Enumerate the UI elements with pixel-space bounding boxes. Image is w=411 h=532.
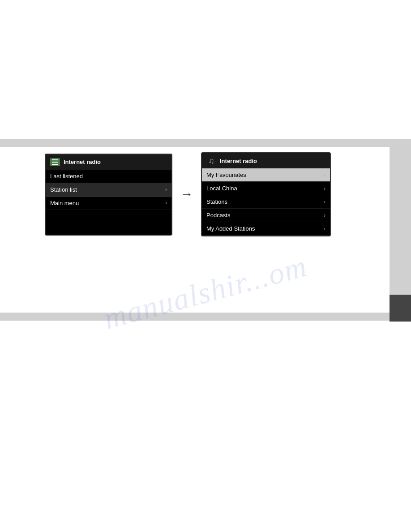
right-sidebar (390, 139, 411, 322)
left-screen: Internet radio Last listened Station lis… (45, 154, 172, 236)
right-item-label-1: Local China (206, 185, 237, 192)
left-item-label-2: Main menu (50, 200, 79, 206)
right-item-label-0: My Favouriates (206, 172, 246, 178)
left-screen-header: Internet radio (46, 154, 171, 170)
screens-area: Internet radio Last listened Station lis… (45, 152, 331, 236)
right-menu-item-podcasts[interactable]: Podcasts › (202, 209, 330, 222)
right-menu-item-stations[interactable]: Stations › (202, 195, 330, 209)
left-screen-spacer (46, 210, 171, 235)
lines-icon (50, 158, 60, 166)
right-item-arrow-0: › (324, 172, 325, 178)
right-item-arrow-3: › (324, 212, 325, 219)
right-screen-title: Internet radio (220, 158, 257, 164)
left-item-arrow-1: › (165, 186, 167, 193)
right-item-label-3: Podcasts (206, 212, 230, 219)
left-menu-item-main-menu[interactable]: Main menu › (46, 197, 171, 210)
right-sidebar-dark (390, 295, 411, 322)
right-menu-item-favourites[interactable]: My Favouriates › (202, 168, 330, 182)
right-item-arrow-1: › (324, 185, 325, 192)
right-item-arrow-4: › (324, 226, 325, 232)
right-screen: ♫ Internet radio My Favouriates › Local … (201, 152, 331, 236)
right-screen-header: ♫ Internet radio (202, 153, 330, 168)
left-screen-title: Internet radio (64, 159, 101, 165)
menu-lines-icon (50, 157, 60, 167)
left-menu-item-station-list[interactable]: Station list › (46, 183, 171, 197)
arrow-connector: → (172, 187, 201, 202)
right-menu-item-added-stations[interactable]: My Added Stations › (202, 222, 330, 236)
bottom-gray-bar (0, 313, 390, 321)
left-item-label-1: Station list (50, 186, 77, 193)
left-menu-item-last-listened[interactable]: Last listened (46, 170, 171, 183)
right-item-label-2: Stations (206, 198, 227, 205)
right-item-arrow-2: › (324, 199, 325, 205)
right-arrow-icon: → (180, 187, 193, 202)
watermark: manualshir...om (100, 249, 311, 337)
left-item-label-0: Last listened (50, 173, 83, 180)
top-gray-bar (0, 139, 390, 147)
right-menu-item-local-china[interactable]: Local China › (202, 182, 330, 195)
music-note-icon: ♫ (206, 156, 216, 166)
left-item-arrow-2: › (165, 200, 167, 206)
right-item-label-4: My Added Stations (206, 225, 255, 232)
